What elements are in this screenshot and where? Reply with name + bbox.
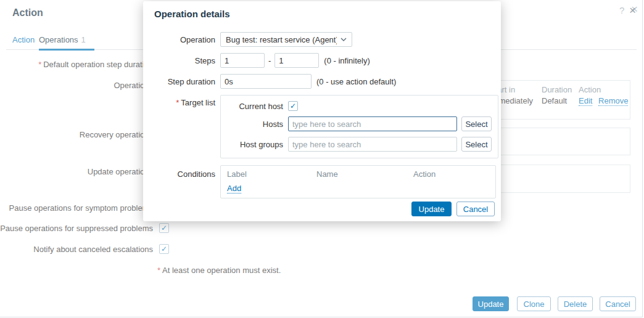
steps-label: Steps (148, 56, 215, 65)
modal-update-button[interactable]: Update (411, 202, 452, 216)
action-config-page: Action ? × Action Operations1 *Default o… (0, 0, 644, 318)
steps-separator: - (268, 56, 271, 65)
conditions-header-name: Name (316, 169, 413, 179)
required-asterisk: * (176, 98, 179, 107)
modal-cancel-button[interactable]: Cancel (456, 202, 495, 216)
step-duration-label: Step duration (148, 77, 215, 86)
host-groups-select-button[interactable]: Select (461, 137, 492, 152)
operation-select-value: Bug test: restart service (Agent) (226, 35, 337, 44)
operation-label: Operation (148, 35, 215, 44)
hosts-row: Hosts Select (227, 116, 492, 131)
modal-title: Operation details (154, 9, 230, 19)
current-host-label: Current host (227, 102, 283, 111)
conditions-box: Label Name Action Add (220, 165, 496, 198)
current-host-checkbox[interactable]: ✓ (288, 101, 298, 111)
conditions-header-action: Action (413, 169, 436, 179)
hosts-select-button[interactable]: Select (461, 116, 492, 131)
modal-close-icon[interactable]: × (629, 4, 636, 17)
host-groups-label: Host groups (227, 140, 283, 149)
host-groups-row: Host groups Select (227, 137, 492, 152)
target-list-box: Current host ✓ Hosts Select Host groups … (220, 95, 498, 158)
conditions-header-label: Label (227, 169, 316, 179)
conditions-header-row: Label Name Action (227, 169, 489, 179)
conditions-add-link[interactable]: Add (227, 184, 241, 194)
step-duration-input[interactable] (220, 74, 312, 89)
chevron-down-icon (341, 38, 347, 41)
current-host-row: Current host ✓ (227, 101, 492, 111)
modal-footer: Update Cancel (411, 202, 495, 216)
conditions-label: Conditions (148, 169, 215, 179)
step-duration-hint: (0 - use action default) (316, 77, 396, 86)
operation-details-modal: Operation details × Operation Bug test: … (143, 1, 501, 221)
host-groups-search-input[interactable] (288, 137, 457, 152)
hosts-search-input[interactable] (288, 116, 457, 131)
hosts-label: Hosts (227, 120, 283, 129)
operation-select[interactable]: Bug test: restart service (Agent) (220, 32, 352, 47)
steps-from-input[interactable] (220, 53, 265, 68)
steps-to-input[interactable] (275, 53, 319, 68)
target-list-label: *Target list (148, 98, 215, 107)
steps-hint: (0 - infinitely) (324, 56, 369, 65)
